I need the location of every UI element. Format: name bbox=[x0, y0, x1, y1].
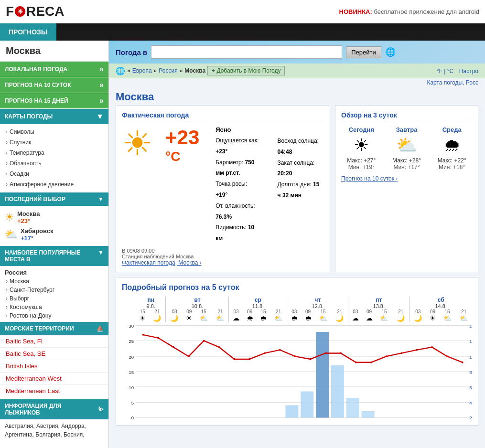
icon-15: ☁ bbox=[362, 314, 376, 322]
icon-6: ☁ bbox=[229, 314, 243, 322]
sidebar-map-symbols[interactable]: Символы bbox=[0, 127, 108, 137]
svg-text:20: 20 bbox=[129, 354, 134, 360]
icon-20: ⛅ bbox=[439, 314, 456, 322]
arrow-icon: » bbox=[99, 81, 104, 89]
temp-point-7 bbox=[248, 358, 250, 360]
map-link[interactable]: Карта погоды, Росс bbox=[427, 79, 478, 86]
current-weather-panel: Фактическая погода ☀ +23 °C Ясно Ощущает… bbox=[116, 105, 330, 272]
icon-2: 🌙 bbox=[166, 314, 183, 322]
last-choice-khabarovsk[interactable]: ⛅ Хабаровск +17° bbox=[5, 226, 104, 243]
icon-21: ⛅ bbox=[455, 314, 472, 322]
time-15-4: 15 bbox=[315, 309, 332, 314]
sea-item-british[interactable]: British Isles bbox=[0, 360, 108, 373]
sidebar-map-precip[interactable]: Осадки bbox=[0, 169, 108, 179]
icon-0: ☀ bbox=[136, 314, 149, 322]
sidebar-15day[interactable]: ПРОГНОЗ НА 15 ДНЕЙ » bbox=[0, 93, 108, 108]
breadcrumb-bar: 🌐 » Европа » Россия » Москва + Добавить … bbox=[109, 64, 485, 78]
current-weather-title: Фактическая погода bbox=[122, 111, 324, 121]
station-link[interactable]: Фактическая погода, Москва › bbox=[122, 259, 202, 266]
icon-7: 🌧 bbox=[243, 314, 256, 322]
icon-row: ☀ 🌙 🌙 ☀ ⛅ ⛅ ☁ 🌧 🌧 ⛅ 🌧 🌧 ⛅ bbox=[122, 314, 472, 322]
svg-text:25: 25 bbox=[129, 339, 134, 344]
search-input[interactable] bbox=[151, 45, 342, 59]
sidebar-map-satellite[interactable]: Спутник bbox=[0, 137, 108, 148]
temp-point-19 bbox=[431, 346, 433, 348]
day-today-name: Сегодня bbox=[341, 126, 382, 133]
cloud-icon: ⛅ bbox=[5, 228, 18, 241]
temp-point-13 bbox=[340, 352, 342, 354]
search-button[interactable]: Перейти bbox=[346, 46, 381, 58]
sidebar-map-clouds[interactable]: Облачность bbox=[0, 158, 108, 169]
date-98: 9.8. bbox=[136, 303, 166, 309]
day-tomorrow-max: Макс: +28° bbox=[387, 157, 427, 164]
icon-4: ⛅ bbox=[195, 314, 212, 322]
time-15-5: 15 bbox=[376, 309, 393, 314]
time-03-5: 03 bbox=[410, 309, 427, 314]
forecast-10day-link[interactable]: Прогноз на 10 суток › bbox=[341, 175, 472, 182]
feels-like-label: Ощущается как: bbox=[216, 137, 259, 144]
icon-1: 🌙 bbox=[149, 314, 166, 322]
dew-point-label: Точка росы: bbox=[216, 181, 247, 187]
nav-tab-forecast[interactable]: ПРОГНОЗЫ bbox=[0, 23, 56, 41]
sidebar-10day[interactable]: ПРОГНОЗ НА 10 СУТОК » bbox=[0, 77, 108, 93]
precip-bar-10 bbox=[285, 405, 298, 417]
sidebar-local-weather[interactable]: ЛОКАЛЬНАЯ ПОГОДА » bbox=[0, 62, 108, 77]
settings-link[interactable]: Настро bbox=[459, 68, 478, 75]
temp-point-12 bbox=[324, 352, 326, 354]
precip-bar-12 bbox=[316, 332, 329, 417]
news-text[interactable]: бесплатное приложение для android bbox=[374, 8, 479, 15]
time-03-4: 03 bbox=[348, 309, 362, 314]
time-09-2: 09 bbox=[243, 309, 256, 314]
boat-icon: ⛵ bbox=[97, 325, 104, 332]
humidity-label: От. влажность: bbox=[216, 203, 255, 209]
day-today-max: Макс: +27° bbox=[341, 157, 382, 164]
sea-item-med-west[interactable]: Mediterranean West bbox=[0, 373, 108, 385]
popular-link-spb[interactable]: Санкт-Петербург bbox=[0, 286, 108, 294]
sunrise-value: 04:48 bbox=[278, 149, 292, 155]
precip-bar-11 bbox=[301, 391, 313, 417]
ski-section-label: ИНФОРМАЦИЯ ДЛЯ ЛЫЖНИКОВ ⛷ bbox=[0, 399, 108, 419]
weather-panels: Фактическая погода ☀ +23 °C Ясно Ощущает… bbox=[109, 105, 485, 277]
temp-unit-toggle[interactable]: °F | °C bbox=[437, 68, 453, 75]
sea-item-baltic-fi[interactable]: Baltic Sea, FI bbox=[0, 335, 108, 348]
weather-details-block: Ясно Ощущается как: +23° Барометр: 750 м… bbox=[216, 126, 260, 244]
day-tue: вт bbox=[166, 297, 229, 303]
globe-icon[interactable]: 🌐 bbox=[385, 47, 396, 57]
temp-point-2 bbox=[172, 346, 174, 348]
time-03-1: 03 bbox=[166, 309, 183, 314]
breadcrumb-russia[interactable]: Россия bbox=[159, 67, 177, 74]
day-tomorrow-min: Мин: +17° bbox=[387, 164, 427, 171]
condition-text: Ясно bbox=[216, 126, 260, 133]
sunset-value: 20:20 bbox=[278, 170, 292, 177]
sidebar-city: Москва bbox=[0, 41, 108, 62]
logo-circle: ☀ bbox=[15, 6, 25, 17]
svg-text:4: 4 bbox=[469, 400, 472, 405]
sea-item-med-east[interactable]: Mediterranean East bbox=[0, 385, 108, 397]
last-choice-moscow[interactable]: ☀ Москва +23° bbox=[5, 209, 104, 226]
add-to-my-weather-button[interactable]: + Добавить в Мою Погоду bbox=[207, 66, 285, 75]
date-148: 14.8. bbox=[410, 303, 472, 309]
svg-text:6: 6 bbox=[469, 385, 472, 390]
breadcrumb-right: °F | °C Настро bbox=[437, 67, 478, 75]
popular-link-vyborg[interactable]: Выборг bbox=[0, 294, 108, 303]
popular-link-kostomuksha[interactable]: Костомукша bbox=[0, 303, 108, 311]
sidebar-map-temp[interactable]: Температура bbox=[0, 148, 108, 158]
page-title: Москва bbox=[109, 87, 485, 105]
time-21-2: 21 bbox=[212, 309, 229, 314]
news-label: НОВИНКА: bbox=[339, 8, 372, 15]
sea-item-baltic-se[interactable]: Baltic Sea, SE bbox=[0, 348, 108, 360]
sunrise-label: Восход солнца: bbox=[278, 138, 319, 144]
popular-link-rostov[interactable]: Ростов-на-Дону bbox=[0, 311, 108, 320]
breadcrumb-europe[interactable]: Европа bbox=[132, 67, 152, 74]
popular-link-moscow[interactable]: Москва bbox=[0, 277, 108, 286]
day-wed-name: Среда bbox=[431, 126, 472, 133]
sidebar-map-pressure[interactable]: Атмосферное давление bbox=[0, 179, 108, 190]
temp-point-15 bbox=[370, 362, 372, 363]
temp-point-3 bbox=[188, 355, 190, 357]
breadcrumb-sep2: » bbox=[154, 67, 157, 74]
temp-point-11 bbox=[310, 358, 312, 360]
search-label: Погода в bbox=[116, 48, 147, 56]
icon-11: 🌧 bbox=[301, 314, 314, 322]
temp-point-14 bbox=[355, 362, 357, 363]
sidebar-maps[interactable]: КАРТЫ ПОГОДЫ ▼ bbox=[0, 109, 108, 124]
